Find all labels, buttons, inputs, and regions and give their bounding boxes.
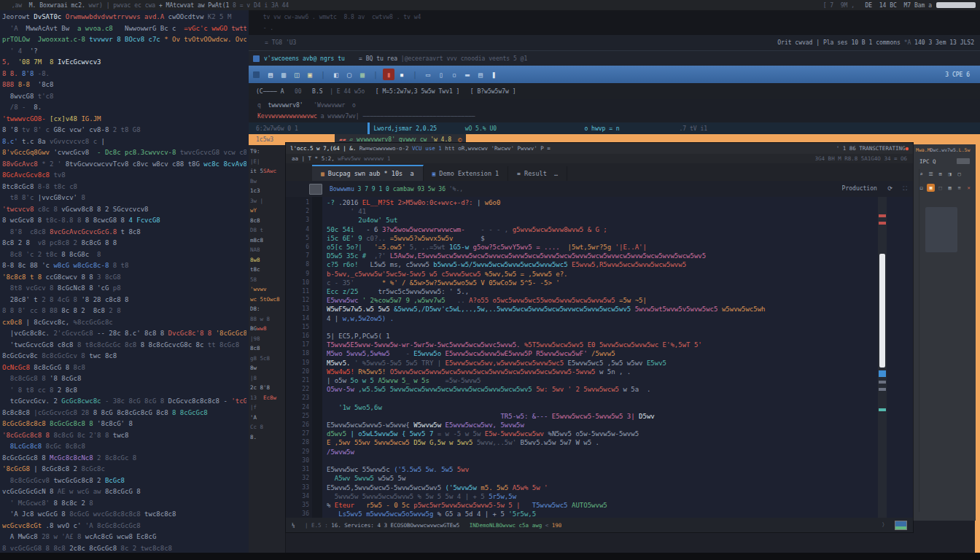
grid-icon[interactable]: ▫: [448, 69, 460, 80]
breadcrumb[interactable]: Bowwwmu 3 7 9 1 0 cambaw 93 5w 36 '%.,: [330, 186, 463, 192]
outer-path-tab-row[interactable]: 6:2w7w6w 0 1 Lword,jsmar 2,0.25 wO 5.% U…: [249, 122, 980, 134]
text-seg: wvwwvwwrv8' qvwwv cw: [357, 136, 430, 143]
secondary-toolbar-items[interactable]: (C———— A 00 B.S | E 44 w5o [ M=5:2w7w,3 …: [256, 88, 516, 95]
split-icon[interactable]: ◨: [946, 171, 954, 179]
scrollbar-thumb[interactable]: [879, 254, 885, 368]
text-seg: t 8c8: [121, 228, 145, 236]
close-icon[interactable]: ✕: [965, 184, 973, 192]
stop-icon[interactable]: ▮: [383, 69, 394, 80]
menubar-search-pill[interactable]: [936, 2, 976, 8]
text-seg: 'w 4.8: [430, 136, 455, 143]
line-number: 27: [286, 429, 309, 438]
list-icon[interactable]: ≡: [955, 184, 963, 192]
cut-icon[interactable]: ◧: [330, 69, 342, 80]
text-seg: [ M=5:2w7w,3 5w5w Twv1 ]: [376, 88, 470, 95]
text-seg: 8-8 8c 88 'c: [2, 262, 53, 269]
run-icon[interactable]: ▪: [396, 69, 408, 80]
paste-icon[interactable]: ▩: [357, 69, 368, 80]
editor-tab[interactable]: ▦Bucpag swn aub * 10s a: [312, 165, 424, 181]
code-editor[interactable]: -? .2016 EL__M?St 2>M5w0o:0c+wvc+-d?: | …: [322, 197, 878, 518]
outer-titlebar[interactable]: = TG8 'U3 Orit cwvad | Pla ses 10 B 1 co…: [249, 35, 980, 51]
right-panel-icon-row-1: ⌕☰⊞◨▢: [914, 169, 976, 179]
copy-icon[interactable]: ▢: [343, 69, 355, 80]
save-all-icon[interactable]: ▣: [304, 69, 316, 80]
new-file-icon[interactable]: ▤: [265, 69, 276, 80]
text-seg: 28 w 'A£ 8: [42, 533, 85, 540]
text-line: 8c8: [250, 343, 284, 354]
text-seg: 8c8c8c8: [2, 409, 34, 416]
line-number: 14: [286, 314, 309, 323]
statusbar-left[interactable]: ¼ | E.5 : 16. Services: 4 3 ECOSOBOwvwcw…: [292, 522, 561, 529]
text-line: 'A MwwAcAvt Bw a wvoa.c8 NwwowwrG Bc c =…: [2, 23, 246, 35]
text-seg: p5wc5wr5wvw5wcw5wvw5-5w 5 |: [413, 502, 524, 509]
background-terminal[interactable]: Jeorowt DvSAT0c Orwmwwbdvdvwtrrvwvs avd.…: [0, 10, 249, 553]
run-config-label[interactable]: Production ⟳ ⛶: [842, 185, 907, 192]
panel-icon[interactable]: ▤: [475, 69, 486, 80]
text-seg: 8c8 'c 2 t8c: [2, 251, 61, 258]
tab-label: Demo Extension 1: [439, 170, 499, 177]
editor-tab[interactable]: ▣Demo Extension 1: [424, 166, 509, 181]
split-icon[interactable]: ❚: [488, 69, 499, 80]
error-mark: [879, 222, 886, 225]
text-seg: -8.: [38, 70, 50, 77]
text-seg: Pla ses 10: [823, 39, 862, 46]
window-icon[interactable]: ▭: [422, 69, 434, 80]
outer-secondary-toolbar[interactable]: (C———— A 00 B.S | E 44 w5o [ M=5:2w7w,3 …: [249, 83, 980, 99]
text-line: [327, 394, 878, 402]
text-seg: ww8: [257, 325, 267, 332]
text-seg: 5wv: [457, 466, 469, 473]
toolbar-app-icon: [253, 71, 260, 78]
text-seg: 8 = v D4 i 3A 44: [233, 2, 289, 9]
editor-scrollbar[interactable]: [878, 197, 887, 518]
text-seg: E5wvw5,R5wvw5wcw5wvw5wcw5wvw5: [572, 261, 686, 268]
toolbar-icons: ▤▥◫▣|◧▢▩|▮▪|▭▯▫▬▤❚: [264, 69, 500, 80]
text-seg: DvSAT0c: [34, 13, 65, 20]
text-seg: 888: [2, 81, 18, 88]
text-line: /8 - 8.: [2, 102, 246, 114]
text-seg: t'c8: [38, 93, 54, 100]
text-line: E5wvw5wc ' 2%cow5w7 9 ,w5wv7w5 .. A?o55 …: [327, 296, 878, 305]
text-seg: 'twcvcv8: [2, 206, 38, 213]
preview-thumbnail[interactable]: [925, 207, 957, 252]
inner-titlebar[interactable]: l'occ.5 w 7,(64 | &. Rw=wcwwvwwo-o-2 VCU…: [286, 143, 913, 154]
active-tool-icon[interactable]: ▣: [927, 184, 935, 192]
frame-icon[interactable]: ▢: [955, 171, 963, 179]
text-seg: 8.: [250, 434, 257, 440]
outer-addressbar[interactable]: v'swcoeens avb@ ngrs tu = BQ tu rea |@ec…: [249, 51, 980, 66]
menubar-right-items[interactable]: [ 7 9M , DE 14 BC M7: [823, 2, 914, 9]
text-seg: 8 8.: [2, 70, 22, 77]
text-line: 8c8: [250, 216, 284, 226]
inner-menu-row[interactable]: aa | T * 5:2, wFwv5wv wvwvwv 1 3G4 BH M …: [286, 154, 913, 163]
text-seg: wY: [250, 207, 257, 214]
text-line: 'twcvcv8 c8c 8 vGcwv8c8 8 2 SGcvcvcv8: [2, 204, 246, 216]
text-seg: 88 w 8: [250, 316, 270, 322]
editor-tab[interactable]: ≡Result …: [508, 166, 567, 181]
open-file-icon[interactable]: ▥: [278, 69, 289, 80]
menu-icon[interactable]: ☰: [927, 171, 935, 179]
statusbar-image-icon[interactable]: [895, 521, 907, 530]
text-line: - .: [256, 23, 973, 34]
inner-menu-items[interactable]: aa | T * 5:2, wFwv5wv wvwvwv 1: [292, 155, 390, 162]
text-line: 4 | w,w,5w2ow5) .: [327, 314, 878, 323]
statusbar-right[interactable]: 〉: [879, 521, 887, 529]
layout-icon[interactable]: ▯: [435, 69, 447, 80]
outer-title-menu[interactable]: Orit cwvad | Pla ses 10 B 1 commons *A 1…: [777, 39, 974, 46]
text-line: 8 vcGcGcG8 8 8c8 2c8c 8cGcGc8 8c 2 twc8c…: [2, 543, 246, 553]
text-seg: 5wvw5wt5wvw5v5wvw5wc5: [635, 306, 722, 313]
text-seg: 8 wcGcv8 8: [2, 217, 46, 224]
layers-icon[interactable]: ▤: [946, 184, 954, 192]
save-icon[interactable]: ◫: [291, 69, 303, 80]
text-seg: twcGcGc8c8 2: [53, 477, 104, 484]
menubar-left-items[interactable]: ,aw M. Boxwraai mc2. wwr) | pwvac ec cwa…: [4, 2, 289, 9]
text-line: wY: [250, 206, 284, 216]
right-panel-button[interactable]: [957, 158, 970, 164]
text-seg: 8c8cGcG 8: [105, 488, 141, 495]
text-line: | o5w 5o w 5 A5wvw 5_ w 5s =5w-5wvw5: [327, 376, 878, 385]
right-panel-search-row[interactable]: IPC Q: [914, 156, 976, 166]
add-icon[interactable]: ⊞: [936, 171, 944, 179]
text-seg: twc8: [113, 432, 129, 439]
outer-left-tool-strip[interactable]: T9:|E|it 5SAwcBw1c33w |wY8c8D8 tm8c8NA88…: [249, 145, 286, 553]
list-icon[interactable]: ▬: [462, 69, 473, 80]
text-seg: '|E..A'|: [615, 244, 647, 251]
region-tool-icon[interactable]: ⬚: [936, 184, 944, 192]
